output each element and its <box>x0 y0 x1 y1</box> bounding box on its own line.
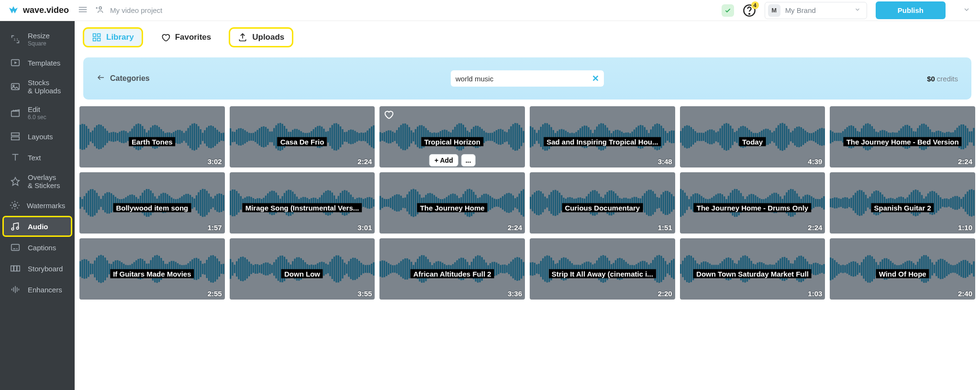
track-card[interactable]: The Journey Home - Drums Only2:24 <box>680 172 825 234</box>
add-button[interactable]: + Add <box>429 154 458 167</box>
brand-name: My Brand <box>785 6 816 14</box>
sidebar-item-overlays[interactable]: Overlays & Stickers <box>3 168 72 194</box>
svg-rect-727 <box>648 190 649 216</box>
more-button[interactable]: ... <box>461 154 476 167</box>
sidebar-item-audio[interactable]: Audio <box>3 216 72 236</box>
svg-rect-184 <box>388 130 390 143</box>
svg-rect-682 <box>555 190 556 216</box>
sidebar-item-stocks[interactable]: Stocks & Uploads <box>3 74 72 100</box>
track-card[interactable]: Down Town Saturday Market Full1:03 <box>680 238 825 300</box>
svg-rect-655 <box>494 199 495 207</box>
svg-rect-17 <box>11 137 20 140</box>
categories-back[interactable]: Categories <box>97 73 150 84</box>
svg-rect-162 <box>337 124 339 150</box>
svg-rect-1285 <box>944 260 946 278</box>
tab-library[interactable]: Library <box>83 28 143 47</box>
brand-select[interactable]: M My Brand <box>765 2 867 19</box>
sidebar-item-resize[interactable]: 1:1 Resize Square <box>3 27 72 52</box>
app-logo[interactable]: wave.video <box>8 5 69 16</box>
svg-rect-239 <box>502 130 503 144</box>
svg-rect-243 <box>511 126 512 147</box>
svg-rect-995 <box>323 262 324 276</box>
track-card[interactable]: The Journey Home2:24 <box>379 172 525 234</box>
sidebar-item-captions[interactable]: Captions <box>3 237 72 257</box>
svg-rect-862 <box>938 195 939 211</box>
svg-rect-867 <box>948 199 950 207</box>
track-card[interactable]: Sad and Inspiring Tropical Hou...3:48 <box>530 106 675 167</box>
menu-icon[interactable] <box>78 4 88 17</box>
svg-rect-893 <box>106 260 108 278</box>
sidebar-item-layouts[interactable]: Layouts <box>3 126 72 146</box>
heart-icon[interactable] <box>383 109 394 122</box>
svg-rect-1093 <box>536 264 537 273</box>
sidebar-item-label: Stocks & Uploads <box>28 78 61 95</box>
svg-rect-602 <box>384 199 385 207</box>
track-card[interactable]: The Journey Home - Bed Version2:24 <box>830 106 975 167</box>
svg-rect-245 <box>514 123 516 151</box>
sidebar-item-text[interactable]: Text <box>3 147 72 167</box>
track-card[interactable]: If Guitars Made Movies2:55 <box>79 238 225 300</box>
svg-rect-105 <box>214 128 216 146</box>
svg-rect-475 <box>111 193 112 212</box>
search-input[interactable] <box>456 75 592 83</box>
svg-rect-393 <box>836 133 837 141</box>
svg-rect-610 <box>401 196 402 210</box>
sidebar-item-storyboard[interactable]: Storyboard <box>3 258 72 279</box>
sidebar-item-templates[interactable]: Templates <box>3 53 72 73</box>
track-card[interactable]: Today4:39 <box>680 106 825 167</box>
svg-rect-882 <box>84 259 85 279</box>
track-card[interactable]: African Altitudes Full 23:36 <box>379 238 525 300</box>
svg-point-22 <box>11 228 14 230</box>
publish-button[interactable]: Publish <box>876 1 946 19</box>
track-card[interactable]: Spanish Guitar 21:10 <box>830 172 975 234</box>
tab-uploads[interactable]: Uploads <box>229 28 293 47</box>
project-name[interactable]: My video project <box>110 6 162 14</box>
svg-rect-334 <box>709 130 710 145</box>
svg-rect-1239 <box>848 263 850 275</box>
track-card[interactable]: Mirage Song (Instrumental Vers...3:01 <box>230 172 375 234</box>
svg-rect-244 <box>512 124 514 149</box>
svg-rect-807 <box>819 199 820 207</box>
svg-rect-949 <box>223 264 224 274</box>
track-card[interactable]: Wind Of Hope2:40 <box>830 238 975 300</box>
svg-rect-940 <box>204 263 205 275</box>
svg-rect-534 <box>238 193 239 212</box>
close-icon[interactable]: ✕ <box>592 73 599 84</box>
svg-rect-947 <box>219 261 220 277</box>
svg-rect-883 <box>86 259 87 279</box>
tab-favorites[interactable]: Favorites <box>152 28 220 47</box>
sidebar-item-label: Captions <box>28 244 56 252</box>
svg-rect-346 <box>734 132 735 142</box>
svg-rect-1083 <box>511 262 512 277</box>
svg-rect-1029 <box>398 263 400 275</box>
svg-rect-165 <box>344 132 345 142</box>
svg-rect-1091 <box>532 262 533 276</box>
track-card[interactable]: Down Low3:55 <box>230 238 375 300</box>
track-card[interactable]: Tropical Horizon + Add ... <box>379 106 525 167</box>
track-card[interactable]: Casa De Frio2:24 <box>230 106 375 167</box>
svg-rect-131 <box>273 128 275 146</box>
svg-rect-1032 <box>404 258 406 279</box>
add-person-icon[interactable] <box>95 5 104 16</box>
svg-rect-613 <box>407 194 408 212</box>
sidebar-item-watermarks[interactable]: Watermarks <box>3 195 72 215</box>
help-button[interactable]: 4 <box>743 4 756 17</box>
svg-rect-1094 <box>538 264 539 274</box>
svg-rect-661 <box>506 193 508 212</box>
sidebar-item-edit[interactable]: Edit 6.0 sec <box>3 100 72 125</box>
sidebar-item-enhancers[interactable]: Enhancers <box>3 279 72 300</box>
svg-rect-91 <box>185 131 187 143</box>
track-card[interactable]: Strip It All Away (cinematic i...2:20 <box>530 238 675 300</box>
clapper-icon <box>10 108 21 118</box>
publish-chevron-icon[interactable] <box>963 6 970 15</box>
track-card[interactable]: Earth Tones3:02 <box>79 106 225 167</box>
search-box[interactable]: ✕ <box>451 70 604 87</box>
svg-rect-132 <box>275 125 277 149</box>
track-card[interactable]: Bollywood item song1:57 <box>79 172 225 234</box>
track-card[interactable]: Curious Documentary1:51 <box>530 172 675 234</box>
upload-icon <box>238 33 247 42</box>
svg-rect-27 <box>11 266 14 271</box>
svg-rect-739 <box>673 196 674 210</box>
svg-rect-42 <box>84 124 85 150</box>
svg-rect-1242 <box>855 262 856 276</box>
